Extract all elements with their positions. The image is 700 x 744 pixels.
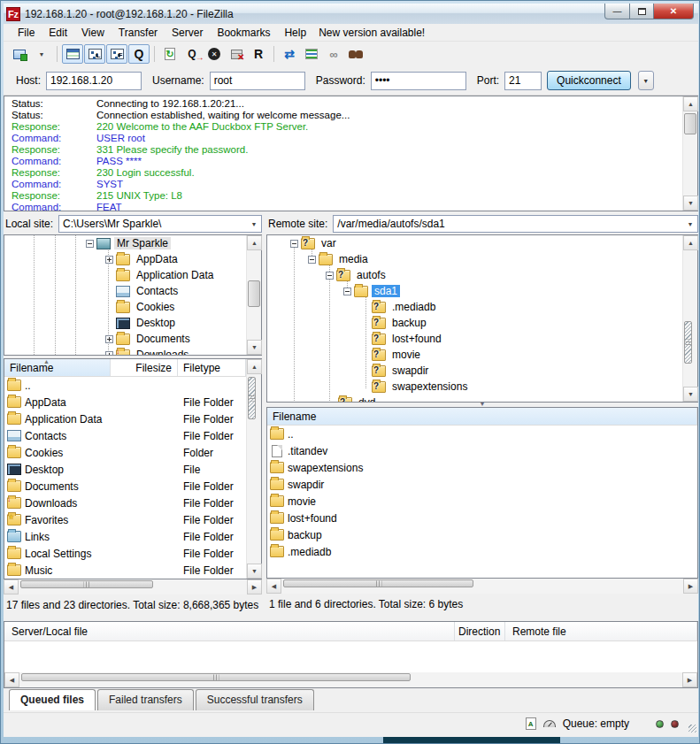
find-files-button[interactable] [345,44,366,64]
toggle-log-button[interactable] [62,44,83,64]
tree-node-selected[interactable]: sda1 [267,283,682,299]
chevron-down-icon[interactable]: ▼ [247,216,261,232]
close-button[interactable]: ✕ [654,4,694,19]
file-row[interactable]: .mediadb [267,543,697,560]
menu-server[interactable]: Server [165,25,210,41]
column-header-local-file[interactable]: Server/Local file [4,622,455,640]
scrollbar-thumb[interactable] [283,579,473,587]
tab-queued-files[interactable]: Queued files [9,689,96,710]
queue-hscrollbar[interactable]: ◀ ▶ [4,672,697,687]
menu-help[interactable]: Help [277,25,313,41]
toggle-local-tree-button[interactable]: L [84,44,105,64]
process-queue-button[interactable]: Q [181,44,203,64]
file-row[interactable]: CookiesFolder [4,444,246,461]
scroll-right-icon[interactable]: ▶ [683,579,698,594]
site-manager-dropdown[interactable]: ▼ [31,44,52,64]
file-row[interactable]: Application DataFile Folder [4,410,246,427]
column-header-filename[interactable]: Filename▲ [4,359,111,376]
scroll-up-icon[interactable]: ▲ [683,235,698,250]
quickconnect-button[interactable]: Quickconnect [547,71,631,90]
tree-node[interactable]: Application Data [4,267,246,283]
file-row[interactable]: lost+found [267,510,697,526]
transfer-type-icon[interactable]: A [526,717,536,730]
tree-node[interactable]: ?lost+found [267,331,682,347]
local-list-scrollbar[interactable]: ▲ ▼ [246,359,261,579]
username-input[interactable] [210,72,305,90]
tree-node[interactable]: Contacts [4,283,246,299]
expand-icon[interactable] [105,256,113,264]
tree-node[interactable]: ?var [267,235,682,251]
file-row[interactable]: .. [267,426,697,442]
file-row[interactable]: MusicFile Folder [4,562,246,579]
tree-node[interactable]: Cookies [4,299,246,315]
tree-node[interactable]: media [267,251,682,267]
file-row[interactable]: LinksFile Folder [4,528,246,545]
filter-button[interactable] [301,44,322,64]
scroll-right-icon[interactable]: ▶ [682,672,697,687]
collapse-icon[interactable] [343,288,351,295]
port-input[interactable] [504,72,542,90]
directory-comparison-button[interactable]: ⇄ [279,44,300,64]
file-row[interactable]: DownloadsFile Folder [4,495,246,511]
scroll-right-icon[interactable]: ▶ [247,579,262,594]
queue-body[interactable] [4,641,697,672]
tree-node[interactable]: ?swapextensions [267,379,682,395]
toggle-queue-button[interactable]: Q [128,44,150,64]
file-row[interactable]: movie [267,493,697,510]
file-row[interactable]: .titandev [267,442,697,459]
tree-node[interactable]: ?swapdir [267,363,682,379]
file-row[interactable]: AppDataFile Folder [4,394,246,410]
scrollbar-thumb[interactable] [248,280,260,307]
menu-edit[interactable]: Edit [42,25,74,41]
file-row[interactable]: .. [4,377,246,394]
tree-node[interactable]: Documents [4,331,246,347]
speed-limit-icon[interactable] [543,720,556,727]
host-input[interactable] [46,72,142,90]
tree-node[interactable]: ?backup [267,315,682,331]
scroll-up-icon[interactable]: ▲ [247,235,262,250]
expand-icon[interactable] [105,335,113,343]
tree-node[interactable]: Desktop [4,315,246,331]
new-version-notice[interactable]: New version available! [313,25,430,41]
column-header-remote-file[interactable]: Remote file [505,622,697,640]
menu-transfer[interactable]: Transfer [112,25,165,41]
collapse-icon[interactable] [86,240,94,248]
maximize-button[interactable] [630,4,654,19]
collapse-icon[interactable] [308,256,316,264]
chevron-down-icon[interactable]: ▼ [683,216,697,232]
minimize-button[interactable]: — [604,4,630,19]
toggle-remote-tree-button[interactable]: F [106,44,127,64]
quickconnect-dropdown[interactable]: ▼ [638,71,654,90]
tab-successful-transfers[interactable]: Successful transfers [196,689,314,710]
local-list-hscrollbar[interactable]: ◀ ▶ [4,579,262,594]
site-manager-button[interactable] [9,44,30,64]
scrollbar-thumb[interactable] [20,580,153,588]
local-site-combo[interactable]: C:\Users\Mr Sparkle\ ▼ [58,215,262,233]
file-row[interactable]: DocumentsFile Folder [4,478,246,495]
expand-icon[interactable] [105,351,113,356]
tree-node[interactable]: ?dvd [267,395,682,402]
file-row[interactable]: ContactsFile Folder [4,427,246,444]
scroll-left-icon[interactable]: ◀ [4,579,19,594]
menu-bookmarks[interactable]: Bookmarks [210,25,277,41]
file-row[interactable]: DesktopFile [4,461,246,478]
tree-node[interactable]: Downloads [4,347,246,355]
file-row[interactable]: backup [267,526,697,543]
file-row[interactable]: swapdir [267,476,697,493]
tree-node[interactable]: AppData [4,251,246,267]
column-header-filesize[interactable]: Filesize [111,359,178,376]
scrollbar-thumb[interactable] [21,673,411,681]
password-input[interactable] [371,72,466,90]
column-header-filename[interactable]: Filename [267,408,697,425]
scrollbar-thumb[interactable] [248,377,256,419]
tree-node[interactable]: ?autofs [267,267,682,283]
log-scrollbar[interactable]: ▲ ▼ [682,96,697,211]
scroll-down-icon[interactable]: ▼ [247,340,262,355]
refresh-button[interactable]: ↻ [159,44,181,64]
scroll-left-icon[interactable]: ◀ [266,579,281,594]
reconnect-button[interactable]: R [248,44,269,64]
collapse-icon[interactable] [290,240,298,248]
remote-list-hscrollbar[interactable]: ◀ ▶ [266,579,698,594]
file-row[interactable]: Local SettingsFile Folder [4,545,246,562]
menu-file[interactable]: File [11,25,42,41]
